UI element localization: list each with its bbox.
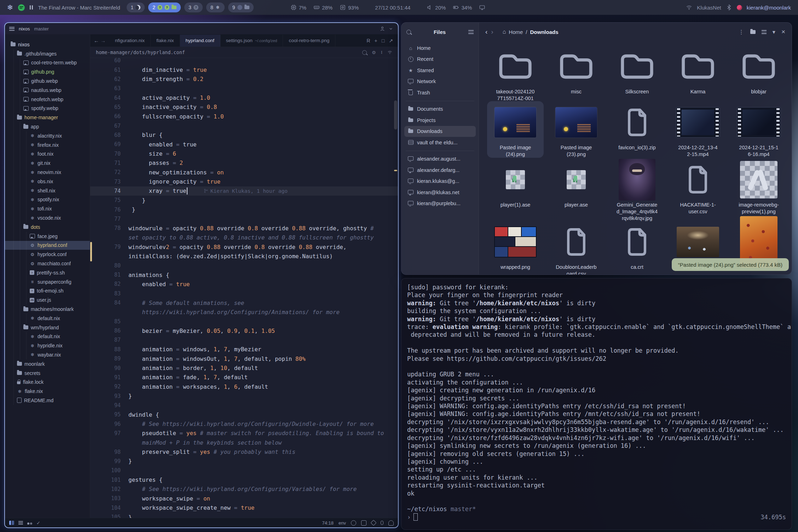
view-options-chevron-icon[interactable]: ▾ — [773, 29, 775, 35]
workspace-pill[interactable]: 8❄ — [206, 2, 225, 12]
tree-item[interactable]: nixos — [5, 40, 90, 49]
grid-item[interactable]: favicon_io(3).zip — [609, 101, 665, 151]
grid-item[interactable]: Silkscreen — [609, 45, 665, 95]
grid-item[interactable] — [730, 221, 787, 264]
sidebar-item-downloads[interactable]: Downloads — [404, 126, 476, 137]
code-line[interactable]: 90animation = border, 1, 10, default — [90, 363, 398, 372]
code-line[interactable]: 77 — [90, 214, 398, 224]
code-line[interactable]: 66fullscreen_opacity = 1.0 — [90, 112, 398, 121]
tree-item[interactable]: ❄neovim.nix — [5, 168, 90, 177]
new-tab-button[interactable]: + — [375, 38, 377, 44]
tree-item[interactable]: ❄alacritty.nix — [5, 131, 90, 140]
kebab-menu-icon[interactable]: ⋮ — [739, 29, 744, 35]
tree-item[interactable]: ›tofi-emoji.sh — [5, 287, 90, 296]
mic-icon[interactable] — [381, 521, 383, 525]
code-line[interactable]: 92animation = workspaces, 1, 6, default — [90, 382, 398, 391]
code-line[interactable]: 97pseudotile = yes # master switch for p… — [90, 429, 398, 438]
editor-titlebar[interactable]: nixos master — [5, 23, 398, 34]
files-back-icon[interactable]: ‹ — [485, 28, 487, 36]
code-line[interactable]: 65inactive_opacity = 0.8 — [90, 103, 398, 112]
tree-item[interactable]: ❄firefox.nix — [5, 140, 90, 150]
code-line[interactable]: 61dim_inactive = true — [90, 65, 398, 74]
tree-item[interactable]: face.jpeg — [5, 232, 90, 241]
tree-item[interactable]: secrets — [5, 369, 90, 378]
project-panel-toggle-icon[interactable] — [9, 521, 14, 525]
breadcrumb-root[interactable]: Home — [509, 29, 523, 35]
tree-item[interactable]: ❄waybar.nix — [5, 350, 90, 359]
tree-item[interactable]: github.webp — [5, 76, 90, 86]
code-line[interactable]: 63 — [90, 84, 398, 93]
grid-item[interactable]: takeout-2024120 7T155714Z-001 — [487, 45, 544, 102]
workspace-pill[interactable]: 9 — [228, 2, 254, 12]
code-line[interactable]: 86bezier = myBezier, 0.05, 0.9, 0.1, 1.0… — [90, 326, 398, 335]
tree-item[interactable]: github.png — [5, 67, 90, 76]
tree-item[interactable]: ❄default.nix — [5, 314, 90, 323]
code-line[interactable]: 64active_opacity = 1.0 — [90, 93, 398, 102]
grid-item[interactable]: Pasted image (23).png — [548, 101, 605, 158]
assistant-icon[interactable] — [371, 520, 377, 526]
cursor-icon[interactable]: I — [381, 50, 382, 55]
copilot-icon[interactable] — [351, 520, 356, 526]
sidebar-item-starred[interactable]: ★Starred — [404, 65, 476, 76]
breadcrumb-current[interactable]: Downloads — [530, 29, 559, 35]
tree-item[interactable]: .github/images — [5, 49, 90, 58]
code-line[interactable]: 105} — [90, 513, 398, 518]
tree-item[interactable]: JSuser.js — [5, 295, 90, 305]
code-wrap-line[interactable]: set opacity to 0.88 active, 0.8 inactive… — [90, 233, 398, 242]
code-line[interactable]: 87 — [90, 335, 398, 345]
code-line[interactable]: 67 — [90, 121, 398, 130]
tree-item[interactable]: ❄obs.nix — [5, 177, 90, 186]
grid-item[interactable]: 2024-12-21_15-1 6-16.mp4 — [730, 101, 787, 158]
tree-item[interactable]: ❄hypridle.nix — [5, 341, 90, 350]
plug-icon[interactable] — [388, 520, 394, 526]
tree-item[interactable]: dots — [5, 222, 90, 232]
grid-item[interactable]: wrapped.png — [487, 221, 544, 271]
code-line[interactable]: 76} — [90, 205, 398, 214]
sidebar-item-trash[interactable]: Trash — [404, 87, 476, 98]
tree-item[interactable]: app — [5, 122, 90, 131]
list-view-icon[interactable] — [762, 30, 767, 34]
chevron-down-icon[interactable] — [388, 26, 394, 31]
sidebar-item-alexander-defarg[interactable]: alexander.defarg... — [404, 164, 476, 176]
code-line[interactable]: 68blur { — [90, 131, 398, 140]
grid-item[interactable]: ca.crt — [609, 221, 665, 271]
collab-panel-icon[interactable] — [27, 521, 32, 525]
code-line[interactable]: 96# See https://wiki.hyprland.org/Config… — [90, 419, 398, 428]
grid-item[interactable]: Pasted image (24).png — [487, 101, 544, 158]
signal-icon[interactable] — [387, 50, 392, 55]
tree-item[interactable]: wm/hyprland — [5, 323, 90, 332]
tab[interactable]: flake.nix — [151, 35, 180, 47]
sidebar-item-kieran-klukas-net[interactable]: kieran@klukas.net — [404, 187, 476, 198]
folder-search-icon[interactable] — [750, 30, 756, 34]
sidebar-item-kieran-klukas-g[interactable]: kieran.klukas@g... — [404, 176, 476, 187]
project-name[interactable]: nixos — [19, 26, 30, 31]
outline-panel-icon[interactable] — [18, 521, 23, 525]
code-line[interactable]: 83 — [90, 289, 398, 298]
editor-scrollbar[interactable] — [394, 100, 397, 129]
user-avatar-icon[interactable] — [380, 26, 385, 31]
tab[interactable]: settings.json~/.config/zed — [220, 35, 283, 47]
grid-item[interactable]: image-removebg- preview(1).png — [730, 158, 787, 215]
grid-item[interactable]: player.ase — [548, 158, 605, 208]
sidebar-item-vault-of-the-eldu[interactable]: vault of the eldu... — [404, 137, 476, 148]
tree-item[interactable]: machines/moonlark — [5, 305, 90, 314]
tab[interactable]: nfiguration.nix — [109, 35, 151, 47]
tree-item[interactable]: ≡sunpaperconfig — [5, 277, 90, 287]
code-line[interactable]: 73ignore_opacity = true — [90, 177, 398, 186]
code-line[interactable]: 82enabled = true — [90, 279, 398, 289]
tree-item[interactable]: ❄default.nix — [5, 332, 90, 341]
grid-item[interactable]: Gemini_Generate d_Image_4rqv8k4 rqv8k4rq… — [609, 158, 665, 222]
tree-item[interactable]: ❄flake.nix — [5, 387, 90, 396]
workspace-pill[interactable]: 3? — [184, 2, 203, 12]
split-pane-icon[interactable]: □ — [382, 38, 384, 44]
files-search-icon[interactable] — [406, 30, 411, 34]
search-icon[interactable] — [362, 50, 367, 55]
grid-item[interactable]: Karma — [670, 45, 726, 95]
code-line[interactable]: 74xray = trueKieran Klukas, 1 hour ago — [90, 186, 398, 196]
code-line[interactable]: 62dim_strength = 0.2 — [90, 75, 398, 84]
tree-item[interactable]: ⚙macchiato.conf — [5, 259, 90, 268]
code-line[interactable]: 91animation = fade, 1, 7, default — [90, 373, 398, 382]
grid-item[interactable]: misc — [548, 45, 605, 95]
wifi-icon[interactable] — [686, 4, 692, 11]
pause-icon[interactable] — [30, 5, 33, 10]
